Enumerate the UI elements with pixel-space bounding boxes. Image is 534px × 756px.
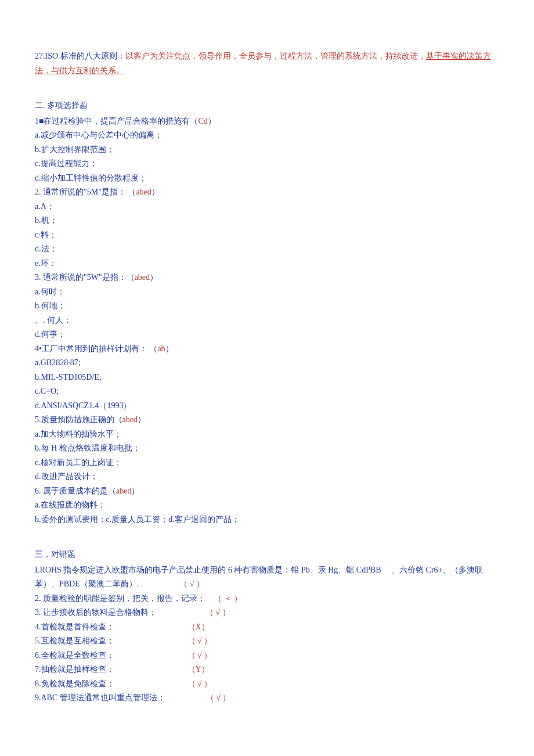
tf-q1: LROHS 指令规定进入欧盟市场的电子产品禁止使用的 6 种有害物质是：铅 Pb… [35,563,499,592]
tf-q8: 8.免检就是免除检查； （ √ ） [35,677,499,692]
q5-opt-c: c.核对新员工的上岗证； [35,456,499,470]
intro-prefix: 27.ISO 标准的八大原则： [35,52,125,60]
q5-opt-b: b.每 H 检点烙铁温度和电批； [35,441,499,456]
q3-opt-b: b.何地； [35,299,499,314]
q5-stem: 5.质量预防措施正确的（abed） [35,413,499,427]
tf-q4: 4.首检就是首件检查； （X） [35,620,499,635]
tf-q3: 3. 让步接收后的物料是合格物料； （ √ ） [35,606,499,620]
q1-opt-a: a.减少颁布中心与公差中心的偏离； [35,128,499,143]
q4-opt-a: a.GB2828·87; [35,356,499,370]
tf-q2: 2. 质量检验的职能是鉴别，把关，报告，记录； （ ＜ ） [35,592,499,606]
q5-opt-a: a.加大物料的抽验水平； [35,427,499,442]
tf-q5: 5.互检就是互相检查； （ √ ） [35,634,499,649]
q2-opt-c: c·料； [35,228,499,243]
tf-q9: 9.ABC 管理法通常也叫重点管理法； （ √ ） [35,691,499,705]
q2-opt-e: e.环： [35,257,499,271]
intro-body: 以客户为关注凭点，领导作用，全员参与，过程方法，管理的系统方法，持续改进， [125,52,426,60]
q2-stem: 2. 通常所说的"5M"是指： （abed） [35,185,499,200]
q4-opt-d: d.ANSI/ASQCZ1.4（1993） [35,399,499,413]
q3-opt-a: a.何时； [35,285,499,300]
q4-stem: 4•工厂中常用到的抽样计划有： （ab） [35,342,499,357]
q5-opt-d: d.改进产品设计； [35,470,499,484]
tf-q7: 7.抽检就是抽样检查； （Y） [35,663,499,677]
q1-opt-d: d.缩小加工特性值的分散程度； [35,171,499,186]
tf-q6: 6.全检就是全数检查； （ √ ） [35,649,499,663]
q1-stem: 1■在过程检验中，提高产品合格率的措施有（Cd） [35,114,499,129]
q4-opt-b: b.MIL-STD105D/E; [35,370,499,385]
section2-header: 二. 多项选择题 [35,99,499,113]
q2-opt-a: a.A； [35,200,499,214]
q6-stem: 6. 属于质量成本的是（abed） [35,484,499,499]
q6-opt-a: a.在线报废的物料； [35,498,499,513]
q6-opt-b: b.委外的测试费用；c.质量人员工资；d.客户退回的产品； [35,513,499,527]
q3-opt-d: d.何事； [35,327,499,342]
section3-header: 三，对错题 [35,548,499,562]
q4-opt-c: c.C=O; [35,384,499,399]
q2-opt-b: b.机； [35,214,499,228]
q1-opt-c: c.提高过程能力； [35,157,499,171]
q2-opt-d: d.法； [35,242,499,257]
q1-opt-b: b.扩大控制界限范围； [35,143,499,157]
intro-paragraph: 27.ISO 标准的八大原则：以客户为关注凭点，领导作用，全员参与，过程方法，管… [35,49,499,78]
q3-opt-c: 。. 何人； [35,314,499,328]
q3-stem: 3. 通常所说的"5W"是指：（abed） [35,271,499,285]
